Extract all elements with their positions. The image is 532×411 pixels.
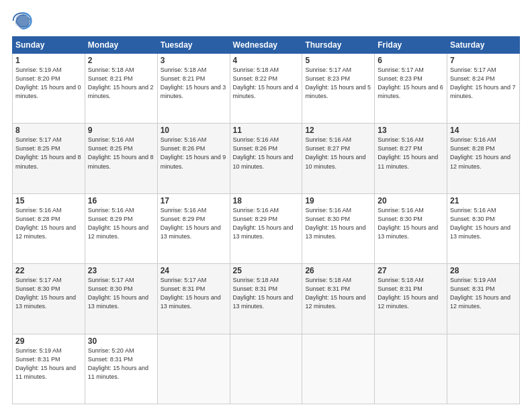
calendar-cell: 30Sunrise: 5:20 AMSunset: 8:31 PMDayligh… — [85, 334, 157, 404]
calendar-cell: 25Sunrise: 5:18 AMSunset: 8:31 PMDayligh… — [230, 264, 302, 334]
day-info: Sunrise: 5:16 AMSunset: 8:26 PMDaylight:… — [161, 136, 227, 171]
day-info: Sunrise: 5:17 AMSunset: 8:23 PMDaylight:… — [305, 66, 371, 101]
day-number: 9 — [88, 126, 154, 135]
day-number: 4 — [233, 56, 300, 65]
day-info: Sunrise: 5:16 AMSunset: 8:25 PMDaylight:… — [88, 136, 154, 171]
header — [12, 11, 520, 31]
day-number: 26 — [305, 266, 371, 275]
calendar-cell — [230, 334, 302, 404]
calendar-cell: 21Sunrise: 5:16 AMSunset: 8:30 PMDayligh… — [447, 193, 520, 263]
calendar-cell: 14Sunrise: 5:16 AMSunset: 8:28 PMDayligh… — [447, 124, 520, 193]
day-number: 16 — [88, 196, 154, 205]
day-number: 14 — [450, 126, 517, 135]
calendar-cell: 2Sunrise: 5:18 AMSunset: 8:21 PMDaylight… — [85, 54, 157, 124]
calendar-cell: 23Sunrise: 5:17 AMSunset: 8:30 PMDayligh… — [85, 264, 157, 334]
logo-icon — [12, 11, 32, 31]
calendar-cell: 4Sunrise: 5:18 AMSunset: 8:22 PMDaylight… — [230, 54, 302, 124]
day-number: 21 — [450, 196, 517, 205]
day-info: Sunrise: 5:17 AMSunset: 8:31 PMDaylight:… — [161, 276, 227, 311]
day-info: Sunrise: 5:16 AMSunset: 8:30 PMDaylight:… — [305, 206, 371, 241]
day-number: 18 — [233, 196, 300, 205]
day-number: 25 — [233, 266, 300, 275]
calendar-cell — [375, 334, 447, 404]
calendar-cell: 17Sunrise: 5:16 AMSunset: 8:29 PMDayligh… — [157, 193, 230, 263]
calendar-cell: 18Sunrise: 5:16 AMSunset: 8:29 PMDayligh… — [230, 193, 302, 263]
calendar-cell: 16Sunrise: 5:16 AMSunset: 8:29 PMDayligh… — [85, 193, 157, 263]
day-number: 28 — [450, 266, 517, 275]
day-number: 23 — [88, 266, 154, 275]
calendar-cell: 12Sunrise: 5:16 AMSunset: 8:27 PMDayligh… — [302, 124, 375, 193]
calendar-cell: 8Sunrise: 5:17 AMSunset: 8:25 PMDaylight… — [13, 124, 85, 193]
day-number: 13 — [378, 126, 444, 135]
day-info: Sunrise: 5:16 AMSunset: 8:27 PMDaylight:… — [378, 136, 444, 171]
day-header-friday: Friday — [375, 37, 447, 54]
calendar-cell: 29Sunrise: 5:19 AMSunset: 8:31 PMDayligh… — [13, 334, 85, 404]
day-info: Sunrise: 5:16 AMSunset: 8:28 PMDaylight:… — [15, 206, 82, 241]
day-number: 2 — [88, 56, 154, 65]
day-info: Sunrise: 5:19 AMSunset: 8:20 PMDaylight:… — [15, 66, 82, 101]
calendar-cell — [447, 334, 520, 404]
day-info: Sunrise: 5:16 AMSunset: 8:29 PMDaylight:… — [161, 206, 227, 241]
calendar-cell — [302, 334, 375, 404]
day-info: Sunrise: 5:16 AMSunset: 8:26 PMDaylight:… — [233, 136, 300, 171]
calendar-cell: 10Sunrise: 5:16 AMSunset: 8:26 PMDayligh… — [157, 124, 230, 193]
calendar-cell — [157, 334, 230, 404]
day-header-sunday: Sunday — [13, 37, 85, 54]
calendar-cell: 3Sunrise: 5:18 AMSunset: 8:21 PMDaylight… — [157, 54, 230, 124]
day-info: Sunrise: 5:16 AMSunset: 8:30 PMDaylight:… — [378, 206, 444, 241]
logo — [12, 11, 35, 31]
page: SundayMondayTuesdayWednesdayThursdayFrid… — [0, 0, 532, 411]
calendar-week-row: 15Sunrise: 5:16 AMSunset: 8:28 PMDayligh… — [13, 193, 520, 263]
calendar-cell: 13Sunrise: 5:16 AMSunset: 8:27 PMDayligh… — [375, 124, 447, 193]
day-number: 20 — [378, 196, 444, 205]
day-number: 27 — [378, 266, 444, 275]
day-number: 12 — [305, 126, 371, 135]
calendar-header-row: SundayMondayTuesdayWednesdayThursdayFrid… — [13, 37, 520, 54]
day-info: Sunrise: 5:17 AMSunset: 8:30 PMDaylight:… — [15, 276, 82, 311]
calendar-cell: 27Sunrise: 5:18 AMSunset: 8:31 PMDayligh… — [375, 264, 447, 334]
day-info: Sunrise: 5:17 AMSunset: 8:23 PMDaylight:… — [378, 66, 444, 101]
day-info: Sunrise: 5:17 AMSunset: 8:30 PMDaylight:… — [88, 276, 154, 311]
day-number: 6 — [378, 56, 444, 65]
day-number: 7 — [450, 56, 517, 65]
day-info: Sunrise: 5:16 AMSunset: 8:29 PMDaylight:… — [233, 206, 300, 241]
calendar-cell: 28Sunrise: 5:19 AMSunset: 8:31 PMDayligh… — [447, 264, 520, 334]
calendar-cell: 5Sunrise: 5:17 AMSunset: 8:23 PMDaylight… — [302, 54, 375, 124]
day-info: Sunrise: 5:16 AMSunset: 8:30 PMDaylight:… — [450, 206, 517, 241]
calendar-cell: 26Sunrise: 5:18 AMSunset: 8:31 PMDayligh… — [302, 264, 375, 334]
day-info: Sunrise: 5:18 AMSunset: 8:21 PMDaylight:… — [161, 66, 227, 101]
day-header-monday: Monday — [85, 37, 157, 54]
day-number: 29 — [15, 336, 82, 346]
calendar-week-row: 29Sunrise: 5:19 AMSunset: 8:31 PMDayligh… — [13, 334, 520, 404]
day-info: Sunrise: 5:16 AMSunset: 8:27 PMDaylight:… — [305, 136, 371, 171]
calendar-cell: 9Sunrise: 5:16 AMSunset: 8:25 PMDaylight… — [85, 124, 157, 193]
calendar-table: SundayMondayTuesdayWednesdayThursdayFrid… — [12, 36, 520, 404]
day-header-saturday: Saturday — [447, 37, 520, 54]
day-info: Sunrise: 5:16 AMSunset: 8:28 PMDaylight:… — [450, 136, 517, 171]
day-info: Sunrise: 5:18 AMSunset: 8:31 PMDaylight:… — [378, 276, 444, 311]
day-header-wednesday: Wednesday — [230, 37, 302, 54]
day-info: Sunrise: 5:17 AMSunset: 8:24 PMDaylight:… — [450, 66, 517, 101]
day-info: Sunrise: 5:20 AMSunset: 8:31 PMDaylight:… — [88, 347, 154, 381]
day-number: 5 — [305, 56, 371, 65]
calendar-cell: 11Sunrise: 5:16 AMSunset: 8:26 PMDayligh… — [230, 124, 302, 193]
day-info: Sunrise: 5:18 AMSunset: 8:31 PMDaylight:… — [305, 276, 371, 311]
day-info: Sunrise: 5:18 AMSunset: 8:22 PMDaylight:… — [233, 66, 300, 101]
day-number: 24 — [161, 266, 227, 275]
day-info: Sunrise: 5:16 AMSunset: 8:29 PMDaylight:… — [88, 206, 154, 241]
day-info: Sunrise: 5:19 AMSunset: 8:31 PMDaylight:… — [15, 347, 82, 381]
day-info: Sunrise: 5:17 AMSunset: 8:25 PMDaylight:… — [15, 136, 82, 171]
day-info: Sunrise: 5:19 AMSunset: 8:31 PMDaylight:… — [450, 276, 517, 311]
day-number: 3 — [161, 56, 227, 65]
day-number: 15 — [15, 196, 82, 205]
calendar-cell: 7Sunrise: 5:17 AMSunset: 8:24 PMDaylight… — [447, 54, 520, 124]
calendar-cell: 19Sunrise: 5:16 AMSunset: 8:30 PMDayligh… — [302, 193, 375, 263]
day-number: 1 — [15, 56, 82, 65]
day-info: Sunrise: 5:18 AMSunset: 8:21 PMDaylight:… — [88, 66, 154, 101]
day-number: 10 — [161, 126, 227, 135]
day-number: 22 — [15, 266, 82, 275]
calendar-cell: 15Sunrise: 5:16 AMSunset: 8:28 PMDayligh… — [13, 193, 85, 263]
day-header-tuesday: Tuesday — [157, 37, 230, 54]
calendar-week-row: 22Sunrise: 5:17 AMSunset: 8:30 PMDayligh… — [13, 264, 520, 334]
day-number: 17 — [161, 196, 227, 205]
